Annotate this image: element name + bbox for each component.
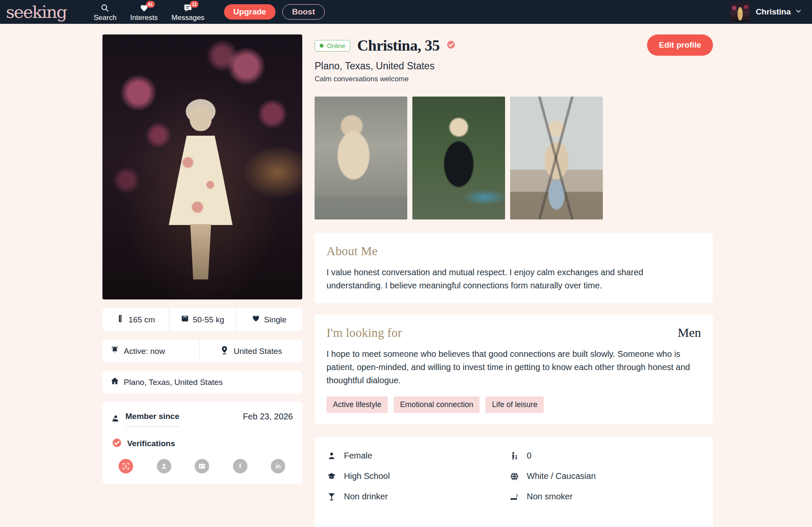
tag-active-lifestyle: Active lifestyle xyxy=(327,396,388,413)
martini-icon xyxy=(327,492,337,501)
linkedin-badge-icon[interactable]: in xyxy=(271,459,285,473)
weight-value: 50-55 kg xyxy=(193,315,224,325)
family-icon xyxy=(509,451,520,461)
person-icon xyxy=(327,451,337,461)
looking-for-card: I'm looking for Men I hope to meet someo… xyxy=(315,314,713,424)
about-me-body: I value honest conversation and mutual r… xyxy=(327,266,701,292)
graduation-cap-icon xyxy=(327,472,337,481)
ethnicity-value: White / Caucasian xyxy=(527,471,596,481)
relationship-stat: Single xyxy=(236,308,302,331)
height-stat: 165 cm xyxy=(102,308,169,331)
attribute-smoking: Non smoker xyxy=(509,492,701,501)
edit-profile-button[interactable]: Edit profile xyxy=(647,34,713,56)
verification-badges: f in xyxy=(112,459,293,473)
facebook-glyph: f xyxy=(239,463,241,470)
online-dot-icon xyxy=(320,44,324,48)
profile-main: Online Christina, 35 Edit profile Plano,… xyxy=(315,34,713,527)
profile-tagline: Calm conversations welcome xyxy=(315,75,713,83)
about-me-title: About Me xyxy=(327,244,701,258)
attribute-children: 0 xyxy=(509,451,701,461)
nav-messages[interactable]: 11 Messages xyxy=(171,0,204,24)
looking-for-target: Men xyxy=(678,325,701,340)
globe-icon xyxy=(509,472,520,481)
boost-button[interactable]: Boost xyxy=(282,4,325,20)
bell-icon xyxy=(110,345,119,357)
members-icon xyxy=(112,414,121,425)
chevron-down-icon xyxy=(795,8,802,16)
active-status: Active: now xyxy=(102,340,199,362)
home-location-card: Plano, Texas, United States xyxy=(102,371,302,393)
messages-count-badge: 11 xyxy=(190,1,199,8)
profile-verified-badge-icon[interactable] xyxy=(157,459,171,473)
height-value: 165 cm xyxy=(128,315,155,325)
photo-figure xyxy=(186,224,216,279)
selfie-verified-badge-icon[interactable] xyxy=(119,459,133,473)
ruler-icon xyxy=(116,314,125,325)
profile-page: seeking Search 41 Interests 11 Messages … xyxy=(0,0,812,527)
tag-emotional-connection: Emotional connection xyxy=(394,396,480,413)
facebook-badge-icon[interactable]: f xyxy=(233,459,247,473)
heart-small-icon xyxy=(252,314,260,325)
about-me-card: About Me I value honest conversation and… xyxy=(315,233,713,303)
verifications-label: Verifications xyxy=(127,439,175,448)
location-pin-icon xyxy=(220,345,229,357)
nav-search[interactable]: Search xyxy=(94,0,116,24)
heart-icon: 41 xyxy=(139,3,149,13)
gallery-photo-2[interactable] xyxy=(412,97,505,219)
member-since-value: Feb 23, 2026 xyxy=(243,412,293,422)
online-badge: Online xyxy=(315,40,350,51)
gender-value: Female xyxy=(344,451,372,461)
navbar: seeking Search 41 Interests 11 Messages … xyxy=(0,0,812,24)
photo-figure xyxy=(169,136,233,225)
gallery-photo-3[interactable] xyxy=(510,97,603,219)
check-circle-icon xyxy=(112,438,122,450)
id-verified-badge-icon[interactable] xyxy=(195,459,209,473)
attribute-ethnicity: White / Caucasian xyxy=(509,471,701,481)
activity-card: Active: now United States xyxy=(102,340,302,362)
nav-interests[interactable]: 41 Interests xyxy=(130,0,158,24)
children-value: 0 xyxy=(527,451,531,461)
attributes-card: Female 0 High School xyxy=(315,437,713,527)
profile-header: Online Christina, 35 Edit profile xyxy=(315,34,713,57)
main-profile-photo[interactable] xyxy=(102,34,302,299)
profile-name-age: Christina, 35 xyxy=(357,37,440,54)
nav-interests-label: Interests xyxy=(130,14,158,22)
smoking-value: Non smoker xyxy=(527,492,573,501)
looking-for-title: I'm looking for xyxy=(327,326,402,340)
cigarette-icon xyxy=(509,492,520,501)
active-status-value: Active: now xyxy=(124,347,165,356)
scale-icon xyxy=(181,314,189,325)
chat-icon: 11 xyxy=(183,3,193,13)
home-icon xyxy=(110,376,119,388)
profile-location: Plano, Texas, United States xyxy=(315,60,713,72)
attribute-drinking: Non drinker xyxy=(327,492,509,501)
weight-stat: 50-55 kg xyxy=(169,308,236,331)
nav-messages-label: Messages xyxy=(171,14,204,22)
online-label: Online xyxy=(327,42,345,49)
search-icon xyxy=(100,3,110,13)
relationship-value: Single xyxy=(264,315,287,325)
brand-logo[interactable]: seeking xyxy=(6,0,66,24)
photo-gallery xyxy=(315,97,713,219)
attribute-gender: Female xyxy=(327,451,509,461)
account-menu[interactable]: Christina xyxy=(730,2,802,22)
verified-badge-icon xyxy=(446,40,456,51)
linkedin-glyph: in xyxy=(275,463,281,470)
tag-life-of-leisure: Life of leisure xyxy=(485,396,544,413)
gallery-photo-1[interactable] xyxy=(315,97,407,219)
looking-for-body: I hope to meet someone who believes that… xyxy=(327,348,701,387)
home-location-value: Plano, Texas, United States xyxy=(124,378,223,387)
country-value: United States xyxy=(233,347,282,356)
education-value: High School xyxy=(344,471,390,481)
account-username: Christina xyxy=(756,7,791,17)
country-cell: United States xyxy=(199,340,302,362)
interests-count-badge: 41 xyxy=(146,1,155,8)
attribute-education: High School xyxy=(327,471,509,481)
member-card: Member since Feb 23, 2026 Verifications xyxy=(102,402,302,484)
interest-tags: Active lifestyle Emotional connection Li… xyxy=(327,396,701,413)
member-since-label: Member since xyxy=(125,412,179,427)
drinking-value: Non drinker xyxy=(344,492,388,501)
avatar xyxy=(730,2,750,22)
upgrade-button[interactable]: Upgrade xyxy=(224,4,275,20)
nav-search-label: Search xyxy=(94,14,116,22)
